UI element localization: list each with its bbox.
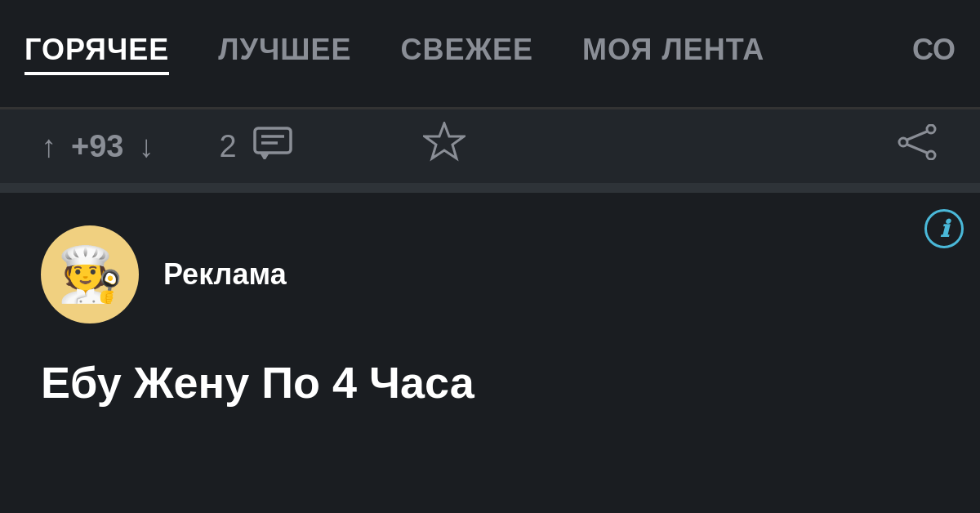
comments-count: 2 bbox=[219, 129, 236, 164]
nav-item-fresh[interactable]: СВЕЖЕЕ bbox=[400, 33, 533, 75]
nav-item-hot[interactable]: ГОРЯЧЕЕ bbox=[24, 33, 169, 75]
share-icon[interactable] bbox=[897, 129, 939, 167]
svg-marker-3 bbox=[260, 153, 270, 159]
post-title: Ебу Жену По 4 Часа bbox=[41, 356, 939, 409]
bookmark-section[interactable] bbox=[423, 122, 466, 171]
vote-section: ↑ +93 ↓ bbox=[41, 129, 154, 164]
svg-line-9 bbox=[907, 145, 927, 153]
avatar: 🧑‍🍳 bbox=[41, 225, 139, 323]
comments-section: 2 bbox=[219, 127, 292, 167]
nav-bar: ГОРЯЧЕЕ ЛУЧШЕЕ СВЕЖЕЕ МОЯ ЛЕНТА СО bbox=[0, 0, 980, 109]
svg-marker-4 bbox=[425, 123, 464, 158]
avatar-image: 🧑‍🍳 bbox=[57, 243, 123, 306]
star-icon[interactable] bbox=[423, 132, 466, 170]
svg-line-8 bbox=[907, 132, 927, 140]
ad-label: Реклама bbox=[163, 257, 287, 292]
action-bar: ↑ +93 ↓ 2 bbox=[0, 109, 980, 183]
section-divider bbox=[0, 183, 980, 193]
nav-item-myfeed[interactable]: МОЯ ЛЕНТА bbox=[582, 33, 764, 75]
vote-up-button[interactable]: ↑ bbox=[41, 129, 56, 164]
info-badge[interactable]: ℹ bbox=[924, 209, 964, 248]
ad-row: 🧑‍🍳 Реклама bbox=[41, 225, 939, 323]
content-area: ℹ 🧑‍🍳 Реклама Ебу Жену По 4 Часа bbox=[0, 193, 980, 442]
vote-down-button[interactable]: ↓ bbox=[138, 129, 154, 164]
nav-item-best[interactable]: ЛУЧШЕЕ bbox=[218, 33, 351, 75]
nav-item-co[interactable]: СО bbox=[912, 33, 956, 75]
svg-point-5 bbox=[927, 125, 935, 133]
share-section[interactable] bbox=[897, 124, 939, 168]
svg-point-6 bbox=[927, 151, 935, 159]
comments-icon[interactable] bbox=[253, 127, 292, 167]
svg-point-7 bbox=[899, 138, 907, 146]
svg-rect-0 bbox=[255, 128, 291, 153]
vote-count: +93 bbox=[71, 129, 123, 164]
